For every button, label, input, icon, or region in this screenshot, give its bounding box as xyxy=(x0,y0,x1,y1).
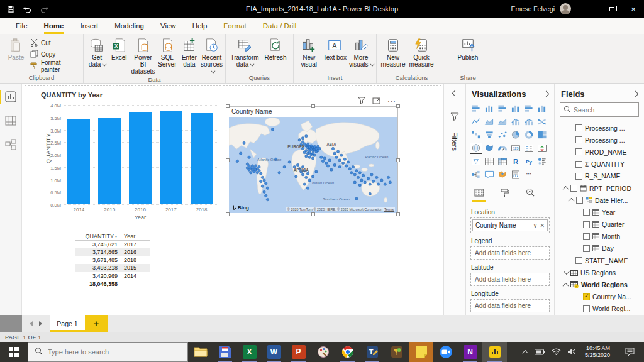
redo-icon[interactable] xyxy=(40,6,48,13)
menu-home[interactable]: Home xyxy=(36,18,72,34)
multi-row-card-visual-icon[interactable] xyxy=(523,143,535,153)
previous-page-icon[interactable] xyxy=(30,321,33,326)
selection-handle[interactable] xyxy=(226,104,230,108)
100-stacked-column-chart-visual-icon[interactable] xyxy=(536,104,548,114)
key-influencers-visual-icon[interactable] xyxy=(536,156,548,167)
pie-chart-visual-icon[interactable] xyxy=(510,130,521,140)
games-app-icon[interactable] xyxy=(384,342,409,362)
field-item[interactable]: Date Hier... xyxy=(560,194,639,206)
data-view-icon[interactable] xyxy=(4,114,18,128)
field-item[interactable]: STATE_NAME xyxy=(560,255,639,266)
r-script-visual-visual-icon[interactable]: R xyxy=(510,156,521,167)
field-item[interactable]: R_S_NAME xyxy=(560,170,639,182)
terms-link[interactable]: Terms xyxy=(384,207,394,211)
more-visuals-visual-icon[interactable]: ··· xyxy=(523,170,535,180)
filled-map-visual-icon[interactable] xyxy=(484,143,495,153)
table-header[interactable]: QUANTITY▼ Year xyxy=(75,233,150,241)
undo-icon[interactable] xyxy=(23,6,31,13)
expander-icon[interactable] xyxy=(564,268,570,275)
field-checkbox[interactable] xyxy=(575,257,582,264)
legend-well[interactable]: Add data fields here xyxy=(470,246,550,260)
line-chart-visual-icon[interactable] xyxy=(470,117,482,127)
report-view-icon[interactable] xyxy=(4,90,18,104)
quick-measure-button[interactable]: Quick measure xyxy=(408,36,435,68)
expand-filters-icon[interactable] xyxy=(452,90,458,97)
field-checkbox[interactable] xyxy=(575,173,582,180)
expander-icon[interactable] xyxy=(563,282,569,288)
power-bi-datasets-button[interactable]: Power BI datasets xyxy=(130,36,155,75)
minimize-button[interactable] xyxy=(580,0,601,18)
stacked-area-chart-visual-icon[interactable] xyxy=(497,117,508,127)
field-item[interactable]: Processing ... xyxy=(560,122,639,134)
python-visual-visual-icon[interactable]: Py xyxy=(523,156,535,167)
volume-icon[interactable] xyxy=(567,346,576,358)
card-visual-icon[interactable]: 123 xyxy=(510,143,521,153)
area-chart-visual-icon[interactable] xyxy=(484,117,495,127)
expander-icon[interactable] xyxy=(569,198,575,204)
enter-data-button[interactable]: Enter data xyxy=(179,36,200,68)
next-page-icon[interactable] xyxy=(39,321,42,326)
sql-server-button[interactable]: SQL Server xyxy=(157,36,178,68)
page-tab[interactable]: Page 1 xyxy=(50,315,85,332)
menu-insert[interactable]: Insert xyxy=(72,18,106,34)
menu-help[interactable]: Help xyxy=(184,18,216,34)
selection-handle[interactable] xyxy=(226,212,230,216)
taskbar-search-input[interactable] xyxy=(48,348,181,356)
text-app-icon[interactable]: T xyxy=(360,342,384,362)
decomposition-tree-visual-icon[interactable] xyxy=(470,170,482,180)
field-item[interactable]: Month xyxy=(560,231,639,243)
field-item[interactable]: World Regions xyxy=(560,278,639,290)
table-visual[interactable]: QUANTITY▼ Year 3,745,62120173,714,865201… xyxy=(75,233,150,288)
bar[interactable] xyxy=(94,105,125,204)
start-button[interactable] xyxy=(0,342,28,362)
map-visual-icon[interactable] xyxy=(470,143,482,153)
avatar[interactable] xyxy=(560,3,571,14)
paginated-report-visual-icon[interactable] xyxy=(510,170,521,180)
excel-button[interactable]: X Excel xyxy=(108,36,130,61)
wifi-icon[interactable] xyxy=(552,346,561,358)
new-visual-button[interactable]: New visual xyxy=(296,36,321,68)
action-center-icon[interactable] xyxy=(619,342,640,362)
field-item[interactable]: PROD_NAME xyxy=(560,146,639,158)
bar[interactable] xyxy=(64,105,94,204)
fields-search[interactable] xyxy=(560,102,639,117)
focus-mode-icon[interactable] xyxy=(372,96,380,107)
cut-button[interactable]: Cut xyxy=(30,38,80,48)
waterfall-chart-visual-icon[interactable] xyxy=(470,130,482,140)
clustered-column-chart-visual-icon[interactable] xyxy=(510,104,521,114)
model-view-icon[interactable] xyxy=(4,138,18,151)
table-row[interactable]: 3,671,4852018 xyxy=(75,256,150,265)
sticky-notes-icon[interactable] xyxy=(409,342,433,362)
word-icon[interactable]: W xyxy=(262,342,286,362)
field-remove-icon[interactable]: ✕ xyxy=(540,222,545,229)
excel-icon[interactable]: X xyxy=(237,342,262,362)
line-and-stacked-column-chart-visual-icon[interactable] xyxy=(510,117,521,127)
new-measure-button[interactable]: New measure xyxy=(379,36,407,68)
field-checkbox[interactable] xyxy=(570,185,577,192)
field-checkbox[interactable] xyxy=(575,161,582,168)
slicer-visual-icon[interactable] xyxy=(470,156,482,167)
100-stacked-bar-chart-visual-icon[interactable] xyxy=(523,104,535,114)
field-dropdown-icon[interactable]: ∨ xyxy=(533,222,538,229)
image-app-icon[interactable] xyxy=(213,342,237,362)
bar[interactable] xyxy=(125,105,156,204)
restore-button[interactable] xyxy=(601,0,623,18)
table-row[interactable]: 3,493,2182015 xyxy=(75,264,150,272)
selection-handle[interactable] xyxy=(396,212,400,216)
field-item[interactable]: RPT_PERIOD xyxy=(560,182,639,194)
field-checkbox[interactable] xyxy=(583,209,590,216)
new-page-button[interactable]: + xyxy=(85,315,108,332)
donut-chart-visual-icon[interactable] xyxy=(523,130,535,140)
field-item[interactable]: Country Na... xyxy=(560,291,639,303)
gauge-visual-icon[interactable] xyxy=(497,143,508,153)
funnel-chart-visual-icon[interactable] xyxy=(484,130,495,140)
collapse-visualizations-icon[interactable] xyxy=(543,91,550,97)
zoom-icon[interactable] xyxy=(433,342,458,362)
chrome-icon[interactable] xyxy=(335,342,360,362)
menu-modeling[interactable]: Modeling xyxy=(106,18,152,34)
filters-label[interactable]: Filters xyxy=(451,132,458,151)
tab-analytics[interactable] xyxy=(526,188,535,202)
qa-visual-visual-icon[interactable] xyxy=(484,170,495,180)
powerpoint-icon[interactable]: P xyxy=(286,342,311,362)
filter-icon[interactable] xyxy=(358,96,365,107)
